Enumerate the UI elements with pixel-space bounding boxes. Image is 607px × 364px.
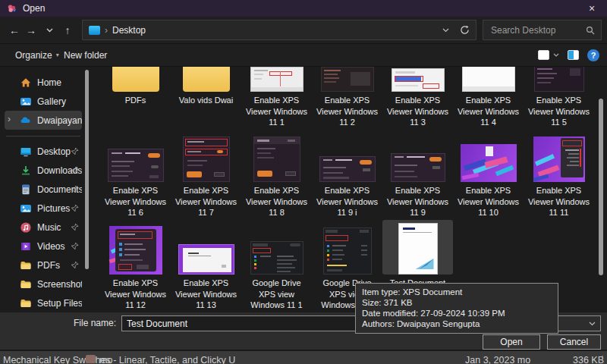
cancel-button[interactable]: Cancel: [547, 334, 601, 350]
file-label: Enable XPSViewer Windows11 5: [524, 95, 594, 128]
view-mode-icon[interactable]: [538, 50, 549, 60]
sidebar-divider: [0, 130, 85, 142]
file-thumbnail: [100, 136, 171, 182]
file-tile-pdfs[interactable]: PDFs: [100, 67, 171, 136]
breadcrumb[interactable]: Desktop: [112, 25, 146, 36]
file-label: Enable XPSViewer Windows11 9 i: [312, 185, 382, 218]
file-thumbnail: [100, 67, 171, 92]
tooltip-line: Authors: Dwaipayan Sengupta: [362, 318, 552, 329]
folder-icon: [20, 297, 32, 309]
help-button[interactable]: ?: [587, 49, 599, 61]
file-tile-enable-xps-viewer-windows-11-2[interactable]: Enable XPSViewer Windows11 2: [312, 67, 382, 136]
sidebar-scrollbar[interactable]: [85, 70, 89, 269]
background-window-strip: Mechanical Key Switches - Linear, Tactil…: [0, 351, 607, 364]
breadcrumb-separator: ›: [105, 25, 108, 36]
sidebar-item-dwaipayan-per[interactable]: ›Dwaipayan - Per: [5, 111, 82, 130]
file-grid: PDFsValo vids DwaiEnable XPSViewer Windo…: [93, 67, 595, 312]
file-tile-enable-xps-viewer-windows-11-9-i[interactable]: Enable XPSViewer Windows11 9 i: [312, 136, 382, 220]
open-button[interactable]: Open: [483, 334, 540, 350]
file-thumbnail: [241, 67, 312, 92]
file-label: Enable XPSViewer Windows11 12: [100, 278, 171, 311]
file-tile-enable-xps-viewer-windows-11-8[interactable]: Enable XPSViewer Windows11 8: [241, 136, 312, 220]
pin-icon: [71, 223, 79, 231]
sidebar-item-home[interactable]: Home: [5, 73, 82, 92]
file-tile-enable-xps-viewer-windows-11-10[interactable]: Enable XPSViewer Windows11 10: [453, 136, 524, 220]
sidebar-item-gallery[interactable]: Gallery: [5, 92, 82, 111]
file-thumbnail: [312, 136, 382, 182]
file-tile-enable-xps-viewer-windows-11-4[interactable]: Enable XPSViewer Windows11 4: [453, 67, 524, 136]
sidebar-item-pdfs[interactable]: PDFs: [5, 256, 82, 275]
file-grid-row: Enable XPSViewer Windows11 6Enable XPSVi…: [100, 136, 595, 220]
search-input[interactable]: [489, 24, 586, 36]
navigation-bar: ← → ↑ › Desktop: [0, 17, 607, 44]
sidebar-item-videos[interactable]: Videos: [5, 237, 82, 256]
file-thumbnail: [241, 220, 312, 275]
folder-icon: [20, 278, 32, 290]
pin-icon: [71, 242, 79, 250]
sidebar-item-pictures[interactable]: Pictures: [5, 199, 82, 218]
file-tile-google-drive-xps-view-windows-11-1[interactable]: Google DriveXPS viewWindows 11 1: [241, 220, 312, 312]
desktop-icon: [89, 26, 100, 35]
file-tile-enable-xps-viewer-windows-11-1[interactable]: Enable XPSViewer Windows11 1: [241, 67, 312, 136]
preview-pane-icon[interactable]: [568, 50, 579, 60]
sidebar-item-documents[interactable]: Documents: [5, 180, 82, 199]
sidebar-item-setup-files[interactable]: Setup Files: [5, 293, 82, 312]
sidebar-item-music[interactable]: Music: [5, 218, 82, 237]
file-thumbnail: [241, 136, 312, 182]
sidebar-item-downloads[interactable]: Downloads: [5, 161, 82, 180]
sidebar-item-label: Home: [37, 77, 82, 88]
new-folder-button[interactable]: New folder: [64, 44, 107, 66]
view-mode-chevron-icon[interactable]: [553, 53, 559, 57]
file-thumbnail: [382, 136, 453, 182]
resize-grip-icon[interactable]: [595, 355, 604, 364]
back-button[interactable]: ←: [6, 22, 23, 39]
file-label: Enable XPSViewer Windows11 13: [171, 278, 241, 311]
file-tile-enable-xps-viewer-windows-11-5[interactable]: Enable XPSViewer Windows11 5: [524, 67, 594, 136]
open-dialog-screen: Open × ← → ↑ › Desktop: [0, 0, 607, 364]
tooltip-line: Item type: XPS Document: [362, 287, 552, 297]
forward-button[interactable]: →: [23, 22, 39, 39]
file-thumbnail: [171, 136, 241, 182]
navigation-pane: HomeGallery›Dwaipayan - PerDesktopDownlo…: [0, 67, 85, 312]
search-icon: [586, 26, 595, 35]
address-dropdown-chevron-icon[interactable]: [442, 28, 449, 33]
onedrive-icon: [20, 115, 32, 127]
close-button[interactable]: ×: [584, 1, 599, 16]
organize-button[interactable]: Organize▾: [15, 44, 59, 66]
sidebar-item-screenshots[interactable]: Screenshots: [5, 275, 82, 293]
up-button[interactable]: ↑: [59, 22, 76, 39]
file-grid-row: PDFsValo vids DwaiEnable XPSViewer Windo…: [100, 67, 595, 136]
file-thumbnail: [524, 67, 594, 92]
file-tile-enable-xps-viewer-windows-11-3[interactable]: Enable XPSViewer Windows11 3: [382, 67, 453, 136]
file-tile-enable-xps-viewer-windows-11-9[interactable]: Enable XPSViewer Windows11 9: [382, 136, 453, 220]
expand-chevron-icon[interactable]: ›: [8, 114, 11, 124]
file-tile-enable-xps-viewer-windows-11-6[interactable]: Enable XPSViewer Windows11 6: [100, 136, 171, 220]
gallery-icon: [20, 96, 32, 108]
file-tile-enable-xps-viewer-windows-11-13[interactable]: Enable XPSViewer Windows11 13: [171, 220, 241, 312]
sidebar-item-desktop[interactable]: Desktop: [5, 142, 82, 161]
grid-scrollbar[interactable]: [599, 99, 603, 275]
pin-icon: [71, 204, 79, 212]
file-thumbnail: [312, 220, 382, 275]
address-bar[interactable]: › Desktop: [82, 20, 476, 40]
background-file-icon: [86, 355, 96, 363]
file-tile-enable-xps-viewer-windows-11-7[interactable]: Enable XPSViewer Windows11 7: [171, 136, 241, 220]
refresh-icon[interactable]: [460, 25, 470, 35]
file-tile-enable-xps-viewer-windows-11-11[interactable]: Enable XPSViewer Windows11 11: [524, 136, 594, 220]
chevron-down-icon: ▾: [56, 52, 59, 58]
sidebar-item-label: Dwaipayan - Per: [37, 115, 82, 126]
file-label: PDFs: [100, 95, 171, 106]
file-tile-valo-vids-dwai[interactable]: Valo vids Dwai: [171, 67, 241, 136]
videos-icon: [20, 240, 32, 253]
pin-icon: [71, 261, 79, 269]
file-thumbnail: [453, 67, 524, 92]
file-label: Enable XPSViewer Windows11 2: [312, 95, 382, 128]
file-label: Enable XPSViewer Windows11 6: [100, 185, 171, 218]
sidebar-item-label: Screenshots: [37, 279, 82, 290]
background-name-fragment: mo: [99, 355, 112, 364]
file-tile-enable-xps-viewer-windows-11-12[interactable]: Enable XPSViewer Windows11 12: [100, 220, 171, 312]
file-label: Google DriveXPS viewWindows 11 1: [241, 278, 312, 311]
recent-locations-chevron-icon[interactable]: [41, 22, 58, 39]
search-box[interactable]: [483, 20, 602, 40]
file-label: Valo vids Dwai: [171, 95, 241, 106]
